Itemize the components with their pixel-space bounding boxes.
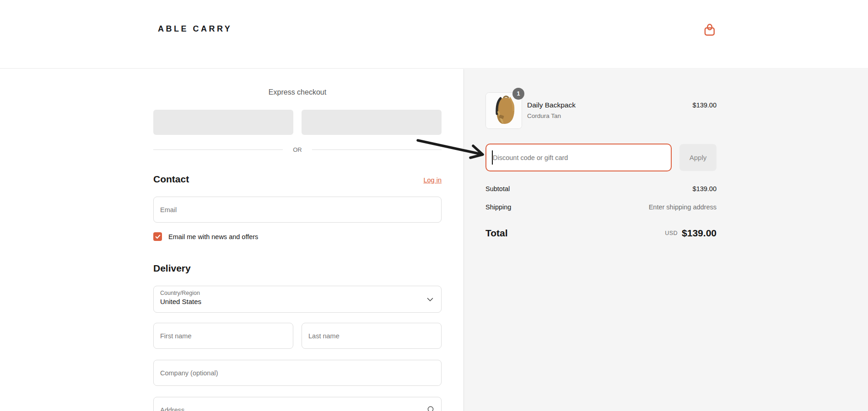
divider-line	[312, 149, 442, 150]
marketing-checkbox[interactable]	[153, 232, 162, 241]
total-row: Total USD $139.00	[485, 228, 717, 239]
contact-heading: Contact	[153, 174, 189, 185]
delivery-section-header: Delivery	[153, 263, 442, 274]
subtotal-label: Subtotal	[485, 185, 510, 192]
shipping-value: Enter shipping address	[649, 203, 717, 211]
login-link[interactable]: Log in	[423, 176, 442, 184]
text-cursor	[492, 150, 493, 165]
contact-section-header: Contact Log in	[153, 174, 442, 185]
country-select-value: United States	[160, 297, 435, 306]
order-summary-panel: 1 Daily Backpack Cordura Tan $139.00 App…	[464, 69, 868, 411]
delivery-heading: Delivery	[153, 263, 191, 274]
subtotal-value: $139.00	[693, 185, 717, 192]
country-select[interactable]: Country/Region United States	[153, 286, 442, 313]
country-select-label: Country/Region	[160, 290, 435, 297]
company-input[interactable]	[153, 360, 442, 386]
last-name-input[interactable]	[302, 323, 442, 349]
quantity-badge: 1	[512, 88, 524, 100]
cart-button[interactable]	[700, 21, 719, 40]
total-value: $139.00	[682, 228, 717, 239]
discount-input-wrap	[485, 144, 672, 171]
product-price: $139.00	[693, 101, 717, 109]
total-label: Total	[485, 228, 508, 239]
brand-logo[interactable]: ABLE CARRY	[158, 24, 232, 34]
shipping-label: Shipping	[485, 203, 511, 211]
address-field-wrap	[153, 397, 442, 411]
address-input[interactable]	[153, 397, 442, 411]
or-divider-label: OR	[293, 146, 302, 153]
subtotal-row: Subtotal $139.00	[485, 185, 717, 192]
marketing-optin-row[interactable]: Email me with news and offers	[153, 232, 258, 241]
check-icon	[155, 234, 161, 239]
express-checkout-title: Express checkout	[153, 88, 442, 96]
product-variant: Cordura Tan	[527, 112, 561, 119]
product-name: Daily Backpack	[527, 101, 576, 109]
checkout-form-panel: Express checkout OR Contact Log in Email…	[0, 69, 464, 411]
total-currency: USD	[665, 230, 678, 236]
express-pay-button-skeleton-2	[302, 110, 442, 135]
checkout-header: ABLE CARRY	[0, 0, 868, 69]
discount-row: Apply	[485, 144, 717, 171]
divider-line	[153, 149, 283, 150]
apply-discount-button[interactable]: Apply	[679, 144, 717, 171]
or-divider: OR	[153, 146, 442, 153]
shopping-bag-icon	[703, 23, 717, 37]
discount-code-input[interactable]	[485, 144, 672, 171]
email-input[interactable]	[153, 197, 442, 223]
shipping-row: Shipping Enter shipping address	[485, 203, 717, 211]
marketing-checkbox-label: Email me with news and offers	[168, 233, 258, 240]
first-name-input[interactable]	[153, 323, 293, 349]
chevron-down-icon	[427, 298, 433, 302]
express-pay-button-skeleton-1	[153, 110, 293, 135]
